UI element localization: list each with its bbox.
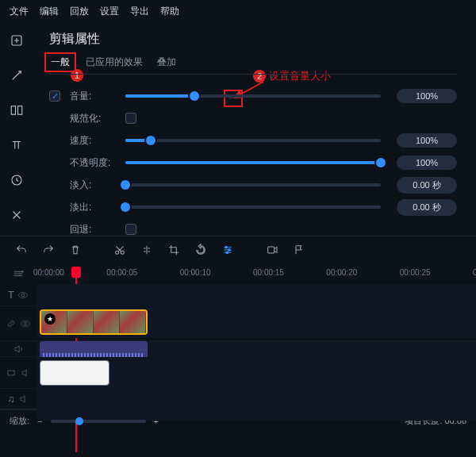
volume-value: 100%	[397, 89, 457, 103]
tool-settings-icon[interactable]	[6, 204, 28, 226]
row-volume: 音量: 100%	[49, 86, 457, 106]
tool-time-icon[interactable]	[6, 169, 28, 191]
tab-general[interactable]: 一般	[44, 52, 76, 72]
ruler-tick: 00:00:20	[326, 268, 357, 277]
visibility-icon[interactable]	[17, 290, 29, 301]
fadeout-label: 淡出:	[70, 201, 125, 214]
svg-rect-2	[18, 106, 22, 115]
undo-icon[interactable]	[14, 243, 29, 257]
fadein-label: 淡入:	[70, 179, 125, 192]
svg-point-12	[24, 322, 27, 325]
svg-rect-1	[11, 106, 15, 115]
crop-icon[interactable]	[167, 243, 181, 257]
add-track-icon[interactable]	[0, 267, 36, 280]
ruler-tick: 00:00:25	[400, 268, 431, 277]
speed-label: 速度:	[70, 134, 125, 148]
menu-edit[interactable]: 编辑	[40, 5, 59, 18]
volume-checkbox[interactable]	[49, 90, 60, 102]
speed-slider[interactable]	[125, 139, 381, 142]
speaker-icon[interactable]	[13, 344, 24, 355]
tab-overlay[interactable]: 叠加	[157, 56, 176, 69]
opacity-label: 不透明度:	[70, 156, 125, 170]
fadeout-slider[interactable]	[125, 205, 381, 209]
row-fadein: 淡入: 0.00 秒	[49, 175, 457, 195]
timeline-toolbar	[0, 236, 476, 263]
row-speed: 速度: 100%	[49, 130, 457, 151]
row-normalize: 规范化:	[49, 108, 457, 129]
menu-help[interactable]: 帮助	[160, 5, 179, 18]
overlay-clip[interactable]	[40, 360, 109, 386]
star-icon: ★	[44, 313, 56, 325]
row-reverse: 回退:	[49, 219, 457, 240]
svg-point-7	[225, 246, 228, 248]
music-track-icon: ♫	[8, 394, 15, 405]
zoom-label: 缩放:	[10, 415, 29, 427]
tool-wand-icon[interactable]	[6, 64, 28, 86]
marker-icon[interactable]	[292, 243, 306, 257]
speaker-icon[interactable]	[18, 394, 29, 405]
cut-icon[interactable]	[113, 243, 127, 257]
menu-settings[interactable]: 设置	[100, 5, 119, 18]
ruler-tick: 00:00:00	[33, 268, 64, 277]
svg-point-11	[21, 294, 25, 297]
rotate-icon[interactable]	[194, 243, 208, 257]
track-text: T	[0, 284, 476, 306]
menu-file[interactable]: 文件	[10, 5, 29, 18]
opacity-slider[interactable]	[125, 161, 381, 164]
fadeout-value: 0.00 秒	[397, 199, 457, 216]
clip-properties-panel: 剪辑属性 1 2 设置音量大小 一般 已应用的效果 叠加 音量: 100%	[33, 23, 476, 236]
normalize-checkbox[interactable]	[125, 113, 136, 124]
timeline-tracks: T ★ ♫	[0, 284, 476, 409]
zoom-slider[interactable]	[51, 420, 146, 423]
record-icon[interactable]	[265, 243, 279, 257]
text-track-icon: T	[8, 290, 13, 301]
menu-bar: 文件 编辑 回放 设置 导出 帮助	[0, 0, 476, 23]
ruler-tick: 00:00:10	[180, 268, 211, 277]
row-opacity: 不透明度: 100%	[49, 152, 457, 173]
tab-applied-effects[interactable]: 已应用的效果	[86, 56, 143, 69]
track-overlay	[0, 357, 476, 389]
fadein-value: 0.00 秒	[397, 177, 457, 194]
volume-slider[interactable]	[125, 94, 381, 98]
delete-icon[interactable]	[68, 243, 83, 257]
reverse-checkbox[interactable]	[125, 224, 136, 235]
link-icon[interactable]	[6, 318, 17, 329]
reverse-label: 回退:	[70, 223, 125, 236]
svg-rect-13	[8, 371, 14, 375]
track-audio-linked	[0, 341, 476, 357]
svg-point-9	[226, 252, 228, 254]
visibility-icon[interactable]	[20, 318, 31, 329]
timeline-ruler[interactable]: 00:00:0000:00:0500:00:1000:00:1500:00:20…	[36, 267, 476, 281]
overlay-track-icon	[6, 367, 17, 378]
fadein-slider[interactable]	[125, 183, 381, 186]
normalize-label: 规范化:	[70, 112, 125, 125]
split-icon[interactable]	[140, 243, 154, 257]
property-tabs: 一般 已应用的效果 叠加	[49, 56, 457, 75]
track-video: ★	[0, 306, 476, 341]
panel-title: 剪辑属性	[49, 31, 457, 48]
speed-value: 100%	[397, 133, 457, 148]
tool-transition-icon[interactable]	[6, 99, 28, 121]
side-toolbar	[0, 23, 33, 236]
speaker-icon[interactable]	[20, 367, 31, 378]
svg-rect-10	[268, 247, 274, 253]
opacity-value: 100%	[397, 156, 457, 170]
row-fadeout: 淡出: 0.00 秒	[49, 197, 457, 217]
redo-icon[interactable]	[41, 243, 56, 257]
volume-label: 音量:	[70, 90, 125, 103]
playhead[interactable]	[71, 267, 81, 278]
ruler-tick: 00:00:05	[106, 268, 137, 277]
menu-play[interactable]: 回放	[70, 5, 89, 18]
video-clip[interactable]: ★	[40, 309, 148, 335]
track-music: ♫	[0, 389, 476, 409]
menu-export[interactable]: 导出	[130, 5, 149, 18]
tool-text-icon[interactable]	[6, 134, 28, 156]
ruler-tick: 00:00:15	[253, 268, 284, 277]
adjust-icon[interactable]	[221, 243, 235, 257]
tool-add-icon[interactable]	[6, 29, 28, 52]
svg-point-8	[228, 249, 231, 252]
timeline-ruler-row: 00:00:0000:00:0500:00:1000:00:1500:00:20…	[0, 263, 476, 284]
ruler-tick: 00:00:30	[473, 268, 476, 277]
